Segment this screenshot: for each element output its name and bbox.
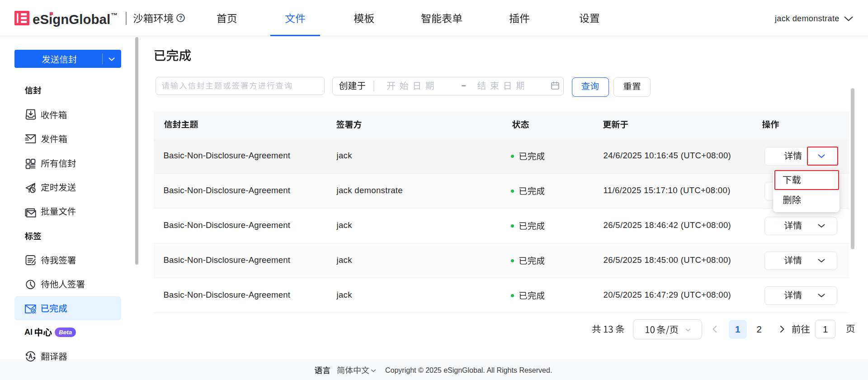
svg-text:?: ?: [179, 14, 183, 21]
